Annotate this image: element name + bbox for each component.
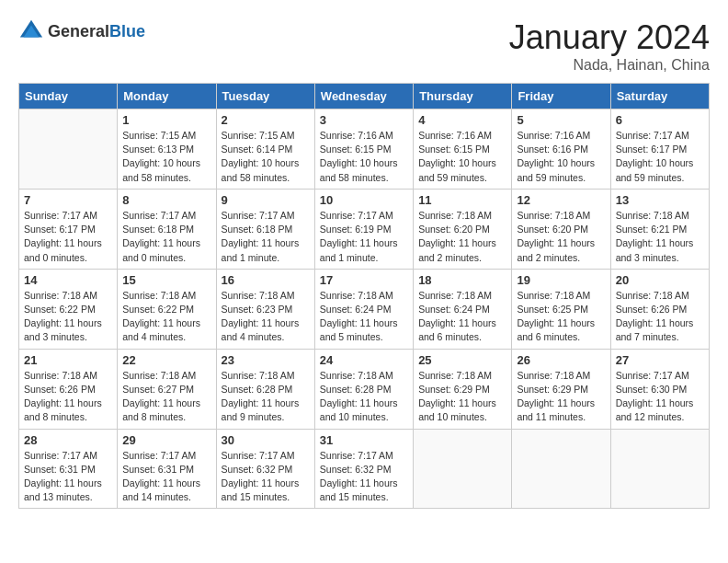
day-info: Sunrise: 7:18 AM Sunset: 6:24 PM Dayligh… [320, 289, 408, 345]
day-info: Sunrise: 7:18 AM Sunset: 6:25 PM Dayligh… [517, 289, 605, 345]
day-info: Sunrise: 7:17 AM Sunset: 6:18 PM Dayligh… [222, 209, 310, 265]
page-header: GeneralBlue January 2024 Nada, Hainan, C… [18, 18, 710, 74]
day-number: 24 [320, 353, 408, 367]
calendar-cell [414, 429, 512, 509]
weekday-header-saturday: Saturday [610, 84, 709, 109]
day-number: 25 [418, 353, 506, 367]
calendar-body: 1Sunrise: 7:15 AM Sunset: 6:13 PM Daylig… [19, 109, 710, 509]
calendar-cell: 6Sunrise: 7:17 AM Sunset: 6:17 PM Daylig… [610, 109, 709, 190]
weekday-header-friday: Friday [512, 84, 610, 109]
title-block: January 2024 Nada, Hainan, China [509, 18, 710, 74]
calendar-cell: 20Sunrise: 7:18 AM Sunset: 6:26 PM Dayli… [610, 269, 709, 349]
day-number: 27 [616, 353, 704, 367]
day-number: 22 [122, 353, 210, 367]
day-info: Sunrise: 7:18 AM Sunset: 6:27 PM Dayligh… [122, 369, 210, 425]
day-info: Sunrise: 7:17 AM Sunset: 6:32 PM Dayligh… [222, 449, 310, 505]
calendar-cell: 26Sunrise: 7:18 AM Sunset: 6:29 PM Dayli… [512, 349, 610, 429]
calendar-cell: 8Sunrise: 7:17 AM Sunset: 6:18 PM Daylig… [118, 189, 216, 269]
day-number: 3 [320, 113, 408, 127]
calendar-cell: 17Sunrise: 7:18 AM Sunset: 6:24 PM Dayli… [314, 269, 413, 349]
day-info: Sunrise: 7:17 AM Sunset: 6:19 PM Dayligh… [320, 209, 408, 265]
calendar-cell: 21Sunrise: 7:18 AM Sunset: 6:26 PM Dayli… [19, 349, 118, 429]
month-title: January 2024 [509, 18, 710, 57]
week-row-3: 14Sunrise: 7:18 AM Sunset: 6:22 PM Dayli… [19, 269, 710, 349]
day-number: 23 [222, 353, 310, 367]
day-number: 4 [418, 113, 506, 127]
day-number: 12 [517, 193, 605, 207]
week-row-5: 28Sunrise: 7:17 AM Sunset: 6:31 PM Dayli… [19, 429, 710, 509]
calendar-cell: 30Sunrise: 7:17 AM Sunset: 6:32 PM Dayli… [216, 429, 314, 509]
day-number: 10 [320, 193, 408, 207]
day-number: 28 [24, 433, 112, 447]
logo-text: GeneralBlue [48, 22, 145, 41]
calendar-cell: 3Sunrise: 7:16 AM Sunset: 6:15 PM Daylig… [314, 109, 413, 190]
calendar-cell: 24Sunrise: 7:18 AM Sunset: 6:28 PM Dayli… [314, 349, 413, 429]
day-info: Sunrise: 7:16 AM Sunset: 6:15 PM Dayligh… [320, 129, 408, 185]
calendar-cell: 4Sunrise: 7:16 AM Sunset: 6:15 PM Daylig… [414, 109, 512, 190]
day-info: Sunrise: 7:15 AM Sunset: 6:14 PM Dayligh… [222, 129, 310, 185]
week-row-4: 21Sunrise: 7:18 AM Sunset: 6:26 PM Dayli… [19, 349, 710, 429]
day-info: Sunrise: 7:18 AM Sunset: 6:22 PM Dayligh… [122, 289, 210, 345]
calendar-cell: 13Sunrise: 7:18 AM Sunset: 6:21 PM Dayli… [610, 189, 709, 269]
day-number: 5 [517, 113, 605, 127]
day-info: Sunrise: 7:18 AM Sunset: 6:26 PM Dayligh… [24, 369, 112, 425]
day-number: 31 [320, 433, 408, 447]
day-number: 6 [616, 113, 704, 127]
weekday-header-tuesday: Tuesday [216, 84, 314, 109]
calendar-cell: 28Sunrise: 7:17 AM Sunset: 6:31 PM Dayli… [19, 429, 118, 509]
calendar-cell: 12Sunrise: 7:18 AM Sunset: 6:20 PM Dayli… [512, 189, 610, 269]
weekday-header-thursday: Thursday [414, 84, 512, 109]
logo-blue: Blue [109, 22, 145, 40]
calendar-cell: 31Sunrise: 7:17 AM Sunset: 6:32 PM Dayli… [314, 429, 413, 509]
day-info: Sunrise: 7:17 AM Sunset: 6:17 PM Dayligh… [24, 209, 112, 265]
calendar-cell: 25Sunrise: 7:18 AM Sunset: 6:29 PM Dayli… [414, 349, 512, 429]
weekday-header-monday: Monday [118, 84, 216, 109]
day-info: Sunrise: 7:18 AM Sunset: 6:26 PM Dayligh… [616, 289, 704, 345]
calendar-cell: 1Sunrise: 7:15 AM Sunset: 6:13 PM Daylig… [118, 109, 216, 190]
day-number: 8 [122, 193, 210, 207]
day-number: 18 [418, 273, 506, 287]
calendar-table: SundayMondayTuesdayWednesdayThursdayFrid… [18, 83, 710, 509]
calendar-cell: 7Sunrise: 7:17 AM Sunset: 6:17 PM Daylig… [19, 189, 118, 269]
calendar-cell: 22Sunrise: 7:18 AM Sunset: 6:27 PM Dayli… [118, 349, 216, 429]
day-info: Sunrise: 7:18 AM Sunset: 6:29 PM Dayligh… [517, 369, 605, 425]
calendar-cell: 18Sunrise: 7:18 AM Sunset: 6:24 PM Dayli… [414, 269, 512, 349]
day-info: Sunrise: 7:18 AM Sunset: 6:28 PM Dayligh… [222, 369, 310, 425]
day-info: Sunrise: 7:16 AM Sunset: 6:16 PM Dayligh… [517, 129, 605, 185]
logo: GeneralBlue [18, 18, 145, 44]
calendar-cell [19, 109, 118, 190]
logo-general: General [48, 22, 109, 40]
day-info: Sunrise: 7:17 AM Sunset: 6:31 PM Dayligh… [24, 449, 112, 505]
day-info: Sunrise: 7:18 AM Sunset: 6:22 PM Dayligh… [24, 289, 112, 345]
calendar-cell: 27Sunrise: 7:17 AM Sunset: 6:30 PM Dayli… [610, 349, 709, 429]
calendar-cell: 9Sunrise: 7:17 AM Sunset: 6:18 PM Daylig… [216, 189, 314, 269]
day-number: 20 [616, 273, 704, 287]
calendar-cell: 2Sunrise: 7:15 AM Sunset: 6:14 PM Daylig… [216, 109, 314, 190]
day-number: 15 [122, 273, 210, 287]
day-info: Sunrise: 7:18 AM Sunset: 6:29 PM Dayligh… [418, 369, 506, 425]
day-number: 1 [122, 113, 210, 127]
day-number: 19 [517, 273, 605, 287]
weekday-header-row: SundayMondayTuesdayWednesdayThursdayFrid… [19, 84, 710, 109]
day-info: Sunrise: 7:17 AM Sunset: 6:30 PM Dayligh… [616, 369, 704, 425]
day-info: Sunrise: 7:18 AM Sunset: 6:23 PM Dayligh… [222, 289, 310, 345]
day-number: 14 [24, 273, 112, 287]
day-info: Sunrise: 7:16 AM Sunset: 6:15 PM Dayligh… [418, 129, 506, 185]
logo-icon [18, 18, 44, 44]
calendar-cell: 5Sunrise: 7:16 AM Sunset: 6:16 PM Daylig… [512, 109, 610, 190]
day-info: Sunrise: 7:17 AM Sunset: 6:18 PM Dayligh… [122, 209, 210, 265]
day-number: 16 [222, 273, 310, 287]
week-row-1: 1Sunrise: 7:15 AM Sunset: 6:13 PM Daylig… [19, 109, 710, 190]
day-info: Sunrise: 7:18 AM Sunset: 6:20 PM Dayligh… [418, 209, 506, 265]
day-info: Sunrise: 7:18 AM Sunset: 6:20 PM Dayligh… [517, 209, 605, 265]
weekday-header-sunday: Sunday [19, 84, 118, 109]
day-number: 2 [222, 113, 310, 127]
day-info: Sunrise: 7:18 AM Sunset: 6:21 PM Dayligh… [616, 209, 704, 265]
day-number: 30 [222, 433, 310, 447]
calendar-cell [610, 429, 709, 509]
day-info: Sunrise: 7:17 AM Sunset: 6:17 PM Dayligh… [616, 129, 704, 185]
day-number: 9 [222, 193, 310, 207]
calendar-cell: 29Sunrise: 7:17 AM Sunset: 6:31 PM Dayli… [118, 429, 216, 509]
day-info: Sunrise: 7:18 AM Sunset: 6:24 PM Dayligh… [418, 289, 506, 345]
day-info: Sunrise: 7:15 AM Sunset: 6:13 PM Dayligh… [122, 129, 210, 185]
